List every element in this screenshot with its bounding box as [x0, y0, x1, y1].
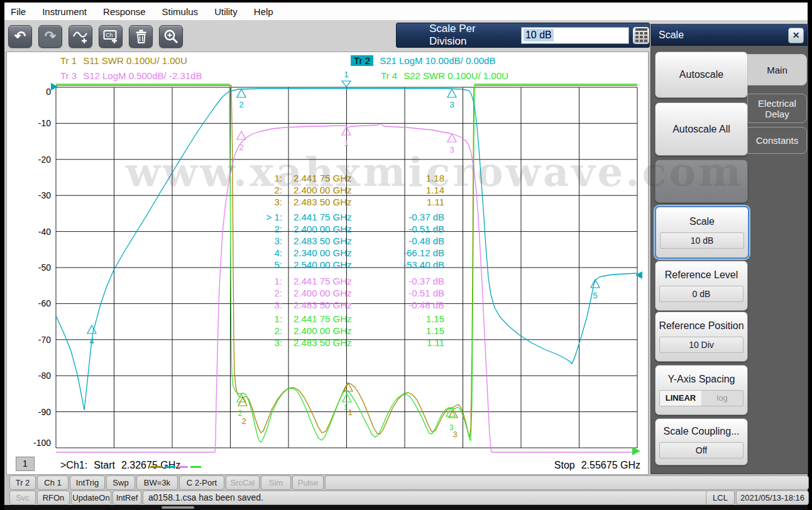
marker-row: 1:2.441 75 GHz1.15 [248, 313, 444, 325]
scale-per-division-bar: Scale Per Division 10 dB [396, 23, 650, 48]
y-axis-label: -50 [38, 263, 51, 273]
marker-label: 2 [239, 143, 243, 152]
y-axis-label: -100 [33, 438, 51, 448]
marker-triangle-icon [237, 131, 246, 139]
autoscale-all-button[interactable]: Autoscale All [655, 102, 748, 156]
y-axis-spacing-toggle[interactable]: LINEAR log [659, 390, 743, 406]
marker-row: 1:2.441 75 GHz-0.37 dB [248, 276, 444, 288]
undo-icon: ↶ [14, 30, 26, 43]
trace4-color-key [190, 466, 201, 468]
status-svc: Svc [9, 491, 36, 505]
status-bar-2: Svc RFOn UpdateOn IntRef a0158.1.csa has… [4, 490, 808, 505]
autoscale-button[interactable]: Autoscale [655, 52, 748, 98]
add-channel-button[interactable]: Ch [99, 25, 123, 48]
trace2-color-key [165, 466, 175, 468]
menu-response[interactable]: Response [103, 6, 146, 17]
marker-label: 2 [241, 416, 246, 426]
svg-text:Ch: Ch [106, 32, 113, 38]
marker-row: 2:2.400 00 GHz1.15 [248, 325, 444, 337]
y-axis-spacing-button[interactable]: Y-Axis Spacing LINEAR log [655, 365, 748, 415]
scale-coupling-value: Off [659, 442, 743, 458]
active-trace-badge: Tr 2 [351, 55, 373, 66]
status-bar-1: Tr 2 Ch 1 IntTrig Swp BW=3k C 2-Port Src… [4, 475, 808, 490]
scale-button[interactable]: Scale 10 dB [655, 206, 749, 259]
marker-triangle-icon [237, 89, 246, 97]
menu-file[interactable]: File [11, 6, 26, 17]
add-channel-icon: Ch [102, 28, 119, 45]
redo-button[interactable]: ↷ [38, 25, 62, 48]
panel-title: Scale [651, 24, 808, 46]
zoom-icon [163, 28, 179, 45]
zoom-button[interactable] [159, 25, 183, 48]
add-trace-button[interactable] [69, 25, 92, 48]
marker-label: 3 [453, 430, 457, 439]
scale-coupling-button[interactable]: Scale Coupling... Off [655, 418, 748, 465]
stimulus-stop[interactable]: Stop2.55675 GHz [548, 460, 640, 471]
marker-label: 1 [344, 70, 348, 79]
reference-indicator-icon [635, 271, 642, 279]
trace1-color-key [150, 466, 162, 468]
tab-main[interactable]: Main [747, 54, 807, 85]
stimulus-start[interactable]: >Ch1:Start2.32675 GHz [60, 460, 187, 471]
reference-position-value: 10 Div [659, 337, 743, 353]
log-option[interactable]: log [701, 391, 743, 406]
marker-label: 1 [348, 408, 352, 417]
marker-label: 4 [89, 337, 94, 346]
y-axis-label: -60 [38, 298, 51, 308]
scale-per-division-label: Scale Per Division [429, 23, 512, 48]
marker-row: 1:2.441 75 GHz1.18 [248, 173, 444, 185]
status-update[interactable]: UpdateOn [71, 491, 111, 505]
close-icon[interactable]: ✕ [788, 28, 804, 43]
marker-row: 2:2.400 00 GHz-0.51 dB [248, 224, 444, 236]
status-active-trace[interactable]: Tr 2 [9, 475, 36, 490]
channel-number-badge[interactable]: 1 [16, 457, 35, 471]
status-trigger[interactable]: IntTrig [70, 475, 105, 490]
legend-tr4[interactable]: Tr 4S22 SWR 0.100U/ 1.00U [381, 70, 508, 81]
menu-bar: File Instrument Response Stimulus Utilit… [4, 3, 808, 20]
scale-per-division-input[interactable]: 10 dB [521, 27, 629, 44]
menu-utility[interactable]: Utility [214, 6, 238, 17]
marker-row: 2:2.400 00 GHz-0.51 dB [248, 288, 444, 300]
status-sim: Sim [261, 475, 291, 490]
legend-tr3[interactable]: Tr 3S12 LogM 0.500dB/ -2.31dB [60, 70, 202, 81]
undo-button[interactable]: ↶ [8, 25, 32, 48]
status-active-channel[interactable]: Ch 1 [37, 475, 69, 490]
menu-help[interactable]: Help [254, 6, 273, 17]
marker-label: 5 [593, 291, 597, 300]
marker-label: 2 [239, 100, 243, 109]
reference-position-button[interactable]: Reference Position 10 Div [655, 312, 748, 362]
scale-softkey-panel: Scale ✕ Autoscale Autoscale All Scale 10… [650, 24, 808, 474]
trash-icon [133, 28, 149, 45]
status-sweep[interactable]: Swp [106, 475, 135, 490]
legend-tr1[interactable]: Tr 1S11 SWR 0.100U/ 1.00U [60, 55, 187, 66]
redo-icon: ↷ [45, 30, 56, 43]
keypad-icon[interactable] [633, 27, 649, 44]
status-rf[interactable]: RFOn [37, 491, 70, 505]
menu-instrument[interactable]: Instrument [42, 6, 87, 17]
marker-label: 3 [449, 100, 454, 109]
tab-constants[interactable]: Constants [747, 127, 807, 154]
bottom-strip [4, 505, 808, 510]
instrument-screen: File Instrument Response Stimulus Utilit… [4, 3, 808, 505]
delete-button[interactable] [129, 25, 153, 48]
status-calibration[interactable]: C 2-Port [179, 475, 224, 490]
tab-electrical-delay[interactable]: Electrical Delay [747, 94, 807, 123]
status-srccal: SrcCal [226, 475, 260, 490]
status-bandwidth[interactable]: BW=3k [136, 475, 178, 490]
status-reference[interactable]: IntRef [112, 491, 141, 505]
y-axis-label: -30 [38, 190, 51, 200]
marker-row: 5:2.540 00 GHz-53.40 dB [248, 259, 444, 271]
y-axis-label: -70 [38, 335, 51, 345]
menu-stimulus[interactable]: Stimulus [162, 6, 199, 17]
reference-level-button[interactable]: Reference Level 0 dB [655, 261, 748, 311]
linear-option[interactable]: LINEAR [660, 391, 701, 406]
y-axis-label: -90 [38, 407, 51, 417]
reference-indicator-icon [632, 447, 640, 455]
drag-handle[interactable] [162, 506, 194, 509]
legend-tr2[interactable]: Tr 2S21 LogM 10.00dB/ 0.00dB [351, 55, 495, 66]
status-lcl[interactable]: LCL [706, 491, 735, 505]
y-axis-label: -10 [38, 118, 51, 128]
marker-row: 2:2.400 00 GHz1.14 [248, 185, 444, 197]
plot-area: 0-10-20-30-40-50-60-70-80-90-10012345213… [6, 52, 649, 475]
marker-triangle-icon [447, 89, 456, 97]
